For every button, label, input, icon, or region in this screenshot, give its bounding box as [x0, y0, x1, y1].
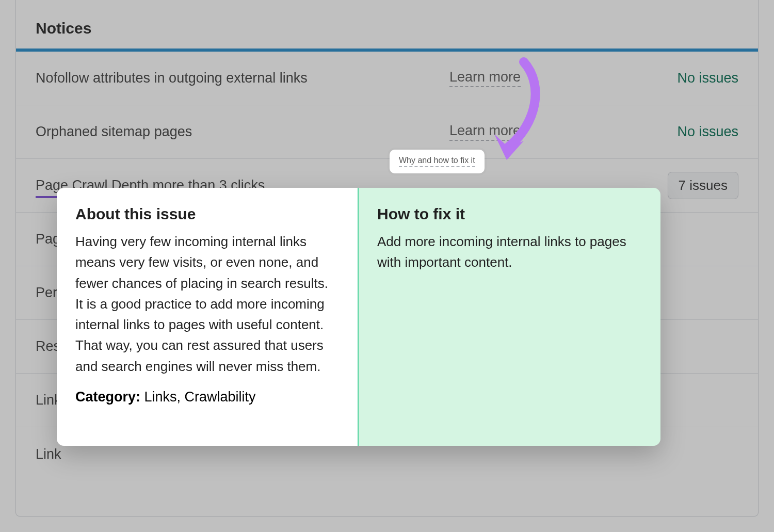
about-title: About this issue [75, 205, 339, 223]
issue-explanation-popover: About this issue Having very few incomin… [57, 188, 660, 446]
category-line: Category: Links, Crawlability [75, 389, 339, 405]
issue-name: Nofollow attributes in outgoing external… [36, 70, 449, 86]
status-no-issues: No issues [677, 70, 738, 86]
fix-panel: How to fix it Add more incoming internal… [359, 188, 660, 446]
why-fix-link[interactable]: Why and how to fix it [399, 156, 475, 167]
issue-name: Orphaned sitemap pages [36, 124, 449, 140]
issue-row: Nofollow attributes in outgoing external… [16, 52, 758, 105]
status-no-issues: No issues [677, 124, 738, 139]
about-body: Having very few incoming internal links … [75, 231, 339, 377]
issue-name: Link [36, 446, 449, 462]
issue-row: Orphaned sitemap pages Learn more No iss… [16, 105, 758, 159]
fix-body: Add more incoming internal links to page… [377, 231, 642, 273]
category-label: Category: [75, 389, 140, 405]
section-title: Notices [16, 0, 758, 52]
learn-more-link[interactable]: Learn more [449, 123, 521, 141]
fix-title: How to fix it [377, 205, 642, 223]
category-value: Links, Crawlability [144, 389, 256, 405]
issue-count-badge[interactable]: 7 issues [668, 172, 738, 199]
learn-more-link[interactable]: Learn more [449, 69, 521, 87]
why-fix-link-highlight[interactable]: Why and how to fix it [390, 150, 485, 173]
about-panel: About this issue Having very few incomin… [57, 188, 359, 446]
